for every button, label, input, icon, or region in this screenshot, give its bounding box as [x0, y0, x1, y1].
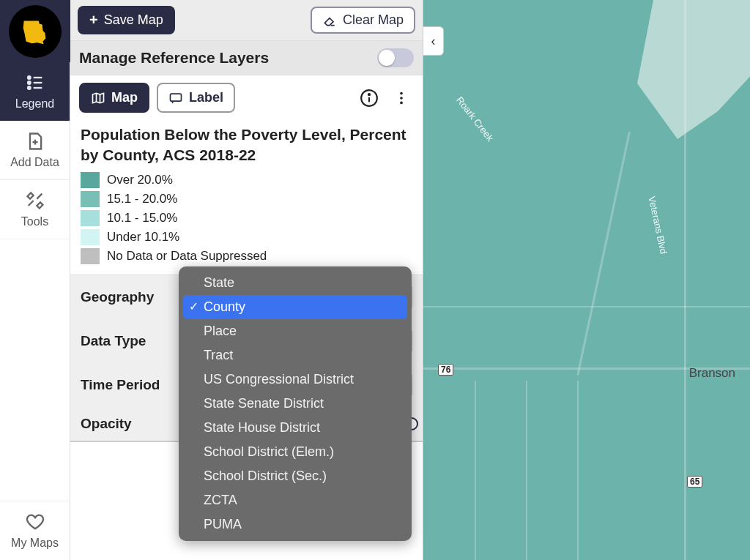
legend-item-label: No Data or Data Suppressed [107, 249, 267, 264]
geography-option[interactable]: ZCTA [183, 488, 407, 512]
info-button[interactable] [357, 86, 382, 111]
svg-rect-11 [171, 94, 182, 101]
geography-dropdown[interactable]: StateCountyPlaceTractUS Congressional Di… [179, 266, 412, 541]
eraser-icon [322, 13, 337, 28]
map-road [526, 381, 527, 560]
clear-map-button[interactable]: Clear Map [311, 7, 415, 34]
opacity-label: Opacity [81, 416, 176, 432]
geography-option[interactable]: Tract [183, 343, 407, 367]
svg-point-17 [400, 101, 403, 104]
nav-tools[interactable]: Tools [0, 180, 70, 239]
tab-map-label: Map [111, 90, 138, 105]
panel-toolbar: + Save Map Clear Map [70, 0, 423, 40]
nav-my-maps-label: My Maps [11, 537, 59, 550]
geography-option[interactable]: State [183, 271, 407, 295]
geography-option[interactable]: US Congressional District [183, 367, 407, 392]
legend-title: Population Below the Poverty Level, Perc… [81, 124, 412, 166]
plus-icon: + [89, 12, 98, 29]
info-icon [360, 89, 379, 108]
legend-swatch [81, 229, 100, 245]
geography-option[interactable]: State House District [183, 416, 407, 440]
tab-label-label: Label [189, 90, 223, 105]
save-map-label: Save Map [104, 12, 163, 28]
map-canvas[interactable]: ‹ Roark Creek Veterans Blvd 76 65 Branso… [423, 0, 750, 560]
reference-layers-row: Manage Reference Layers [70, 40, 423, 75]
route-shield-76: 76 [438, 364, 453, 376]
map-road [475, 381, 476, 560]
left-nav: Legend Add Data Tools My Maps [0, 0, 70, 560]
save-map-button[interactable]: + Save Map [78, 6, 175, 34]
nav-legend[interactable]: Legend [0, 62, 70, 121]
reference-layers-title: Manage Reference Layers [79, 49, 269, 67]
legend-swatch [81, 248, 100, 264]
app-logo [0, 0, 70, 62]
svg-point-2 [28, 81, 31, 84]
svg-point-0 [28, 76, 31, 79]
geography-option[interactable]: School District (Elem.) [183, 440, 407, 464]
nav-add-data-label: Add Data [10, 156, 59, 169]
legend-item: Under 10.1% [81, 229, 412, 245]
legend-item-label: Under 10.1% [107, 230, 179, 244]
label-icon [168, 91, 183, 105]
map-road [576, 132, 631, 376]
svg-point-4 [28, 86, 31, 89]
reference-layers-toggle[interactable] [377, 48, 414, 67]
geography-label: Geography [81, 289, 176, 305]
more-vertical-icon [393, 90, 409, 106]
legend-swatch [81, 210, 100, 226]
nav-legend-label: Legend [15, 97, 54, 111]
legend-item-label: 15.1 - 20.0% [107, 192, 177, 206]
legend-item-label: Over 20.0% [107, 173, 173, 187]
map-road [577, 381, 579, 560]
tab-label[interactable]: Label [157, 83, 235, 113]
legend-item: 15.1 - 20.0% [81, 191, 412, 207]
legend-item: No Data or Data Suppressed [81, 248, 412, 264]
route-shield-65: 65 [687, 476, 702, 488]
nav-tools-label: Tools [21, 215, 48, 228]
road-label-roark: Roark Creek [454, 94, 496, 143]
road-label-veterans: Veterans Blvd [646, 195, 669, 255]
heart-icon [25, 512, 45, 532]
svg-point-15 [400, 92, 403, 94]
legend-item: 10.1 - 15.0% [81, 210, 412, 226]
more-button[interactable] [389, 86, 414, 111]
tab-map[interactable]: Map [79, 83, 149, 113]
svg-point-14 [368, 94, 370, 95]
datatype-label: Data Type [81, 333, 176, 349]
legend-item-label: 10.1 - 15.0% [107, 211, 177, 225]
nav-my-maps[interactable]: My Maps [0, 501, 70, 560]
legend-block: Population Below the Poverty Level, Perc… [70, 120, 423, 275]
legend-swatch [81, 172, 100, 188]
map-road [684, 0, 686, 560]
nav-add-data[interactable]: Add Data [0, 121, 70, 180]
panel-collapse-button[interactable]: ‹ [423, 26, 444, 56]
legend-items: Over 20.0%15.1 - 20.0%10.1 - 15.0%Under … [81, 172, 412, 264]
legend-swatch [81, 191, 100, 207]
geography-option[interactable]: State Senate District [183, 392, 407, 416]
svg-point-16 [400, 97, 403, 100]
view-tabs-row: Map Label [70, 75, 423, 120]
geography-option[interactable]: Place [183, 319, 407, 343]
map-road [423, 306, 750, 307]
geography-option[interactable]: County [183, 295, 407, 319]
tools-icon [25, 190, 45, 211]
chevron-left-icon: ‹ [431, 34, 436, 49]
clear-map-label: Clear Map [343, 12, 404, 28]
legend-list-icon [25, 72, 45, 93]
add-file-icon [25, 131, 45, 152]
city-label-branson: Branson [689, 366, 735, 381]
map-water-shape [589, 0, 750, 139]
timeperiod-label: Time Period [81, 377, 176, 393]
legend-item: Over 20.0% [81, 172, 412, 188]
geography-option[interactable]: PUMA [183, 512, 407, 537]
missouri-logo-icon [9, 5, 62, 58]
toggle-knob [379, 50, 395, 66]
geography-option[interactable]: School District (Sec.) [183, 464, 407, 488]
map-fold-icon [91, 91, 105, 105]
